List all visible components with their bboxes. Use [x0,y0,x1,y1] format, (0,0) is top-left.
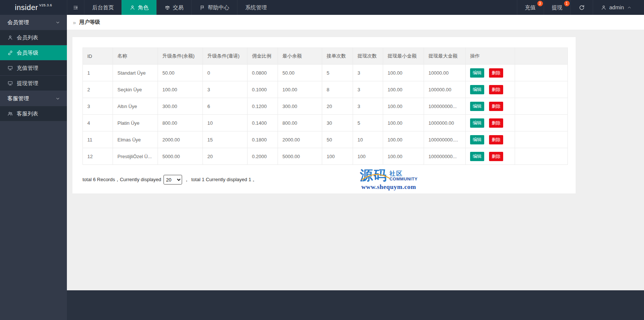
cell-withdraw_min: 100.00 [383,148,424,165]
refresh-icon [579,4,585,11]
cell-min_balance: 5000.00 [278,148,322,165]
cell-id: 11 [83,131,113,148]
scales-icon [165,5,170,10]
column-header: 提现最小金额 [383,48,424,65]
cell-id: 12 [83,148,113,165]
chevron-up-icon [627,5,632,10]
cell-upgrade_invite: 6 [203,98,247,115]
edit-button[interactable]: 编辑 [470,135,484,144]
column-header: 升级条件(邀请) [203,48,247,65]
cell-withdraw_min: 100.00 [383,131,424,148]
edit-button[interactable]: 编辑 [470,118,484,128]
table-header-row: ID名称升级条件(余额)升级条件(邀请)佣金比例最小余额接单次数提现次数提现最小… [83,48,568,65]
delete-button[interactable]: 删除 [489,68,503,78]
delete-button[interactable]: 删除 [489,85,503,94]
column-header: 升级条件(余额) [158,48,203,65]
refresh-button[interactable] [570,0,593,15]
sidebar-item-member-list[interactable]: 会员列表 [0,30,67,45]
cell-empty [515,131,568,148]
nav-item-label: 角色 [138,4,149,11]
cell-actions: 编辑删除 [466,115,515,131]
nav-item-label: 交易 [173,4,184,11]
top-navbar: insider V25.3.6 后台首页 角色 交易 帮助中心 系统管理 充值 … [0,0,644,15]
cell-commission: 0.1800 [247,131,278,148]
cell-actions: 编辑删除 [466,131,515,148]
column-header: 提现最大金额 [424,48,466,65]
column-header: 提现次数 [353,48,383,65]
watermark-brand-cn-small: 社区 [389,170,403,177]
delete-button[interactable]: 删除 [489,102,503,111]
recharge-button[interactable]: 充值 3 [517,0,544,15]
edit-button[interactable]: 编辑 [470,68,484,78]
cell-withdraws: 3 [353,81,383,98]
sidebar-group-label: 会员管理 [7,19,29,26]
cell-upgrade_balance: 5000.00 [158,148,203,165]
cell-orders: 20 [322,98,353,115]
watermark: 源码 社区 COMMUNITY www.shequym.com [348,169,430,191]
delete-button[interactable]: 删除 [489,135,503,144]
edit-button[interactable]: 编辑 [470,85,484,94]
edit-button[interactable]: 编辑 [470,102,484,111]
pagination-total-text: total 6 Records，Currently displayed [82,176,161,183]
nav-item-roles[interactable]: 角色 [122,0,156,15]
withdraw-button[interactable]: 提现 1 [544,0,570,15]
cell-empty [515,148,568,165]
sidebar-item-label: 会员等级 [17,49,38,56]
sidebar-item-label: 会员列表 [17,34,38,41]
delete-button[interactable]: 删除 [489,152,503,161]
content-panel: ID名称升级条件(余额)升级条件(邀请)佣金比例最小余额接单次数提现次数提现最小… [72,37,576,193]
sidebar-group-service-management[interactable]: 客服管理 [0,91,67,106]
column-header-empty [515,48,568,65]
column-header: ID [83,48,113,65]
sidebar-item-member-level[interactable]: 会员等级 [0,45,67,61]
sidebar-group-label: 客服管理 [7,95,29,102]
nav-item-label: 后台首页 [92,4,114,11]
cell-upgrade_balance: 2000.00 [158,131,203,148]
username: admin [609,4,624,10]
column-header: 最小余额 [278,48,322,65]
person-icon [601,5,606,10]
cell-upgrade_balance: 300.00 [158,98,203,115]
app-version: V25.3.6 [39,3,52,7]
sidebar: 会员管理 会员列表 会员等级 充值管理 提现管理 客服管理 客服列表 [0,15,67,320]
cell-actions: 编辑删除 [466,148,515,165]
column-header: 名称 [113,48,158,65]
cell-name: PrestijliÖzel Ü... [113,148,158,165]
nav-item-trade[interactable]: 交易 [156,0,191,15]
page-size-select[interactable]: 20 [164,175,182,185]
cell-withdraw_max: 10000.00 [424,65,466,81]
breadcrumb: » 用户等级 [67,15,644,30]
table-row: 11Elmas Üye2000.00150.18002000.005010100… [83,131,568,148]
collapse-sidebar-button[interactable] [67,0,84,15]
sidebar-item-withdraw-management[interactable]: 提现管理 [0,76,67,91]
cell-empty [515,115,568,131]
nav-item-help-center[interactable]: 帮助中心 [191,0,237,15]
nav-item-dashboard[interactable]: 后台首页 [84,0,122,15]
sidebar-item-label: 充值管理 [17,65,38,72]
sidebar-group-member-management[interactable]: 会员管理 [0,15,67,30]
navbar-right: 充值 3 提现 1 admin [517,0,644,15]
cell-withdraws: 3 [353,65,383,81]
sidebar-item-recharge-management[interactable]: 充值管理 [0,61,67,76]
user-menu[interactable]: admin [593,0,640,15]
delete-button[interactable]: 删除 [489,118,503,128]
edit-button[interactable]: 编辑 [470,152,484,161]
cell-withdraw_max: 100000.00 [424,81,466,98]
cell-min_balance: 100.00 [278,81,322,98]
cell-commission: 0.1200 [247,98,278,115]
cell-upgrade_invite: 0 [203,65,247,81]
cell-upgrade_balance: 800.00 [158,115,203,131]
cell-withdraw_min: 100.00 [383,65,424,81]
cell-id: 4 [83,115,113,131]
cell-withdraws: 3 [353,98,383,115]
cell-empty [515,81,568,98]
sidebar-item-service-list[interactable]: 客服列表 [0,106,67,121]
cell-min_balance: 800.00 [278,115,322,131]
chevron-down-icon [55,96,60,101]
cell-withdraw_max: 100000000... [424,98,466,115]
nav-item-system-management[interactable]: 系统管理 [237,0,275,15]
pagination-separator: ， [184,176,189,183]
table-row: 1Standart Üye50.0000.080050.0053100.0010… [83,65,568,81]
table-row: 3Altın Üye300.0060.1200300.00203100.0010… [83,98,568,115]
withdraw-label: 提现 [552,4,563,11]
